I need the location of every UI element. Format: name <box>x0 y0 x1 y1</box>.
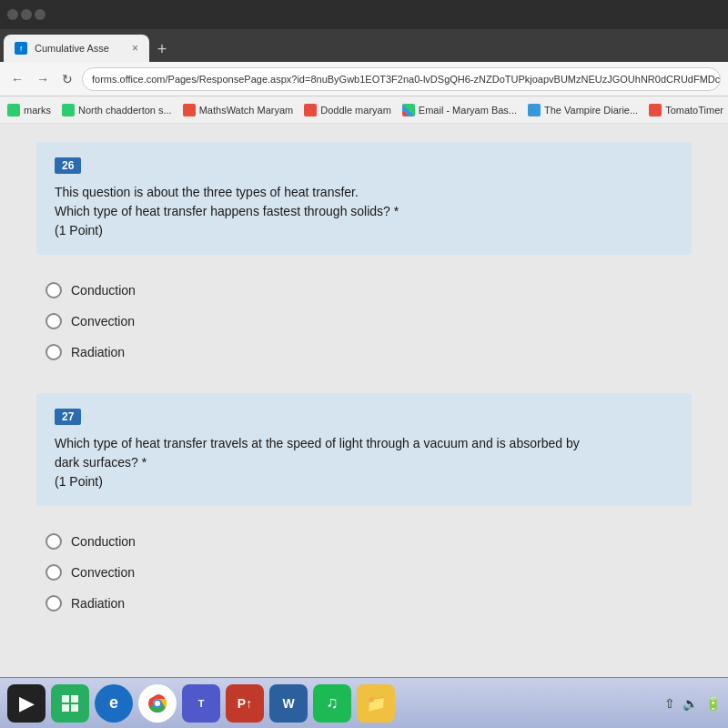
q27-label-conduction: Conduction <box>71 534 136 549</box>
tab-bar: f Cumulative Asse × + <box>0 29 728 62</box>
forward-button[interactable]: → <box>33 70 53 88</box>
ie-button[interactable]: e <box>95 684 133 723</box>
folder-button[interactable]: 📁 <box>357 684 395 723</box>
bookmark-label-mathswatch: MathsWatch Maryam <box>199 105 294 116</box>
title-bar <box>0 0 728 29</box>
q27-label-convection: Convection <box>71 565 135 580</box>
bookmark-label-doddle: Doddle maryam <box>320 105 391 116</box>
q26-option-convection[interactable]: Convection <box>46 313 673 329</box>
bookmark-label-marks: marks <box>24 105 51 116</box>
q26-radio-convection[interactable] <box>46 313 62 329</box>
q27-option-radiation[interactable]: Radiation <box>46 595 673 612</box>
q27-option-convection[interactable]: Convection <box>46 564 673 581</box>
bookmark-marks[interactable]: marks <box>7 104 51 116</box>
q26-radio-radiation[interactable] <box>46 344 62 360</box>
q26-label-conduction: Conduction <box>71 283 136 298</box>
sound-icon: 🔈 <box>682 696 698 711</box>
question-27-number: 27 <box>55 409 81 425</box>
new-tab-button[interactable]: + <box>149 36 175 62</box>
bookmark-email[interactable]: Email - Maryam Bas... <box>402 104 517 116</box>
maximize-btn[interactable] <box>21 9 32 20</box>
q26-option-conduction[interactable]: Conduction <box>46 282 673 298</box>
tab-close-icon[interactable]: × <box>132 42 138 55</box>
q27-option-conduction[interactable]: Conduction <box>46 533 673 550</box>
question-26-line1: This question is about the three types o… <box>55 185 359 199</box>
q26-label-convection: Convection <box>71 314 135 329</box>
files-icon <box>60 693 80 713</box>
battery-icon: 🔋 <box>705 696 721 711</box>
tab-label: Cumulative Asse <box>35 43 109 54</box>
svg-rect-1 <box>71 695 78 703</box>
bookmark-vampire[interactable]: The Vampire Diarie... <box>528 104 638 116</box>
bookmark-label-vampire: The Vampire Diarie... <box>544 105 638 116</box>
spotify-button[interactable]: ♫ <box>313 684 351 723</box>
svg-rect-2 <box>62 704 69 712</box>
address-bar: ← → ↻ forms.office.com/Pages/ResponsePag… <box>0 62 728 96</box>
svg-point-6 <box>155 701 160 706</box>
bookmark-icon-tomato <box>649 104 662 116</box>
taskbar-right: ⇧ 🔈 🔋 <box>664 696 721 711</box>
question-26-card: 26 This question is about the three type… <box>36 142 692 255</box>
question-27-line1: Which type of heat transfer travels at t… <box>55 436 580 450</box>
wifi-icon: ⇧ <box>664 696 675 711</box>
tab-favicon: f <box>15 42 27 55</box>
back-button[interactable]: ← <box>7 70 27 88</box>
word-button[interactable]: W <box>269 684 308 723</box>
close-btn[interactable] <box>35 9 46 20</box>
question-26-number: 26 <box>55 157 81 174</box>
question-27-options: Conduction Convection Radiation <box>36 524 692 644</box>
bookmark-northchadderton[interactable]: North chadderton s... <box>62 104 172 116</box>
bookmark-mathswatch[interactable]: MathsWatch Maryam <box>183 104 294 116</box>
bookmark-label-northchadderton: North chadderton s... <box>78 105 172 116</box>
minimize-btn[interactable] <box>7 9 18 20</box>
q27-label-radiation: Radiation <box>71 596 125 611</box>
bookmark-label-email: Email - Maryam Bas... <box>419 105 517 116</box>
question-27-line2: dark surfaces? * <box>55 455 147 470</box>
bookmarks-bar: marks North chadderton s... MathsWatch M… <box>0 96 728 124</box>
question-27-text: Which type of heat transfer travels at t… <box>55 434 673 491</box>
bookmark-icon-vampire <box>528 104 541 116</box>
q27-radio-conduction[interactable] <box>46 533 62 550</box>
chrome-button[interactable] <box>138 684 177 723</box>
question-27-line3: (1 Point) <box>55 474 103 489</box>
q27-radio-radiation[interactable] <box>46 595 62 612</box>
question-26-text: This question is about the three types o… <box>55 183 673 240</box>
question-26-options: Conduction Convection Radiation <box>36 273 692 393</box>
bookmark-label-tomato: TomatoTimer <box>665 105 723 116</box>
svg-rect-3 <box>71 704 78 712</box>
bookmark-doddle[interactable]: Doddle maryam <box>304 104 391 116</box>
taskbar: ▶ e T P↑ W ♫ 📁 ⇧ 🔈 🔋 <box>0 677 728 728</box>
q27-radio-convection[interactable] <box>46 564 62 581</box>
active-tab[interactable]: f Cumulative Asse × <box>4 35 149 62</box>
question-27-card: 27 Which type of heat transfer travels a… <box>36 393 692 506</box>
refresh-button[interactable]: ↻ <box>58 70 76 88</box>
media-player-button[interactable]: ▶ <box>7 684 46 723</box>
bookmark-icon-marks <box>7 104 20 116</box>
bookmark-icon-northchadderton <box>62 104 75 116</box>
bookmark-icon-doddle <box>304 104 317 116</box>
window-controls <box>7 9 46 20</box>
files-button[interactable] <box>51 684 89 723</box>
powerpoint-button[interactable]: P↑ <box>226 684 264 723</box>
bookmark-icon-email <box>402 104 415 116</box>
q26-label-radiation: Radiation <box>71 345 125 359</box>
q26-radio-conduction[interactable] <box>46 282 62 298</box>
browser-content: 26 This question is about the three type… <box>0 124 728 677</box>
url-field[interactable]: forms.office.com/Pages/ResponsePage.aspx… <box>82 67 721 91</box>
chrome-icon <box>141 687 174 720</box>
bookmark-tomato[interactable]: TomatoTimer <box>649 104 723 116</box>
bookmark-icon-mathswatch <box>183 104 196 116</box>
q26-option-radiation[interactable]: Radiation <box>46 344 673 360</box>
question-26-line2: Which type of heat transfer happens fast… <box>55 204 399 218</box>
teams-button[interactable]: T <box>182 684 220 723</box>
question-26-line3: (1 Point) <box>55 223 103 238</box>
svg-rect-0 <box>62 695 69 703</box>
